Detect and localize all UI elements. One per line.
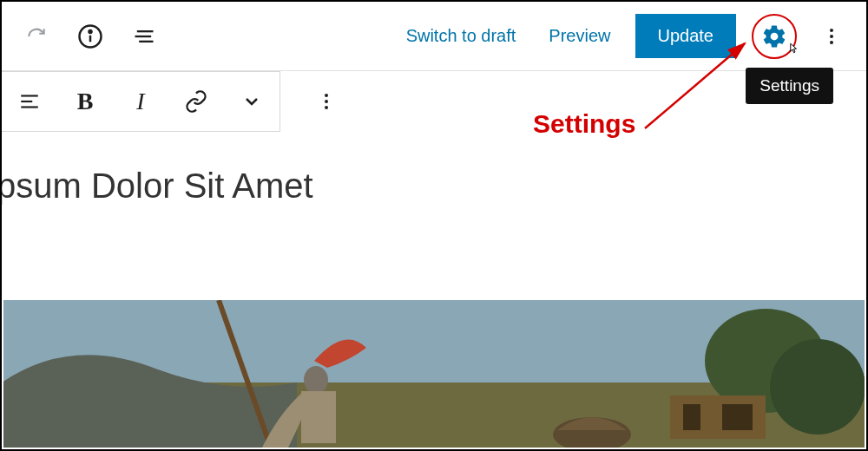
settings-tooltip: Settings bbox=[746, 68, 833, 104]
toolbar-left-group bbox=[10, 17, 163, 56]
annotation-settings-label: Settings bbox=[533, 109, 635, 139]
editor-top-toolbar: Switch to draft Preview Update bbox=[2, 2, 866, 71]
svg-point-8 bbox=[830, 41, 833, 44]
info-button[interactable] bbox=[71, 17, 109, 56]
more-format-dropdown[interactable] bbox=[224, 72, 279, 131]
svg-point-24 bbox=[304, 366, 328, 394]
link-button[interactable] bbox=[168, 72, 224, 131]
format-group: B I bbox=[2, 71, 280, 132]
align-button[interactable] bbox=[2, 72, 57, 131]
pointer-cursor-icon bbox=[785, 40, 800, 59]
italic-button[interactable]: I bbox=[113, 72, 168, 131]
redo-button[interactable] bbox=[17, 17, 56, 56]
switch-to-draft-link[interactable]: Switch to draft bbox=[398, 26, 525, 46]
svg-point-7 bbox=[830, 35, 833, 38]
svg-point-14 bbox=[325, 106, 328, 109]
svg-rect-21 bbox=[683, 404, 700, 430]
toolbar-right-group: Switch to draft Preview Update bbox=[398, 14, 858, 59]
svg-point-13 bbox=[325, 100, 328, 103]
update-button[interactable]: Update bbox=[635, 14, 737, 58]
featured-image-block[interactable] bbox=[3, 300, 865, 448]
more-options-button[interactable] bbox=[812, 17, 851, 56]
bold-button[interactable]: B bbox=[57, 72, 113, 131]
svg-rect-25 bbox=[301, 391, 336, 443]
svg-point-6 bbox=[830, 29, 833, 32]
svg-point-12 bbox=[325, 94, 328, 97]
post-title[interactable]: psum Dolor Sit Amet bbox=[0, 167, 866, 206]
gear-icon bbox=[761, 23, 787, 49]
block-more-button[interactable] bbox=[296, 72, 357, 131]
svg-point-2 bbox=[89, 29, 92, 32]
preview-link[interactable]: Preview bbox=[540, 26, 619, 46]
svg-point-19 bbox=[770, 339, 865, 435]
svg-rect-22 bbox=[722, 404, 753, 430]
editor-content: psum Dolor Sit Amet bbox=[2, 132, 866, 206]
block-format-toolbar: B I bbox=[2, 71, 866, 132]
outline-button[interactable] bbox=[125, 17, 163, 56]
settings-button[interactable] bbox=[752, 14, 797, 59]
